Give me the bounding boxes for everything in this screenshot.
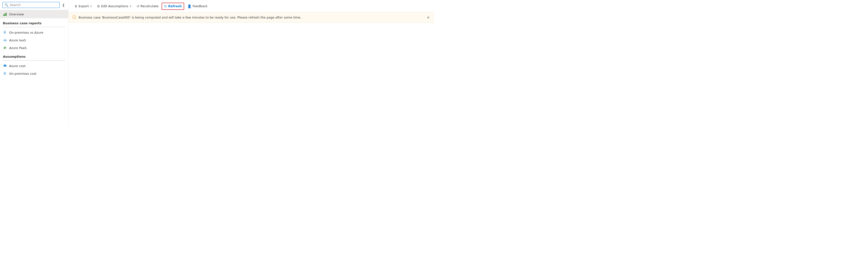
sidebar-item-overview[interactable]: Overview bbox=[0, 10, 68, 18]
edit-assumptions-label: Edit Assumptions bbox=[101, 4, 128, 8]
export-label: Export bbox=[79, 4, 89, 8]
section-divider-1 bbox=[3, 27, 65, 27]
svg-rect-9 bbox=[5, 40, 6, 41]
refresh-button[interactable]: ↻ Refresh bbox=[162, 3, 184, 10]
sidebar-item-on-premises-cost[interactable]: On-premises cost bbox=[0, 70, 68, 77]
feedback-icon: 👤 bbox=[187, 4, 191, 8]
feedback-button[interactable]: 👤 Feedback bbox=[185, 3, 210, 10]
sidebar-item-azure-iaas[interactable]: Azure IaaS bbox=[0, 36, 68, 44]
svg-rect-2 bbox=[6, 13, 6, 16]
cloud-icon bbox=[3, 64, 7, 68]
main-content: ⬇ Export ▾ ⚙ Edit Assumptions ▾ ↺ Recalc… bbox=[68, 0, 434, 127]
sidebar-label-on-premises-cost: On-premises cost bbox=[9, 72, 36, 75]
section-divider-2 bbox=[3, 60, 65, 61]
export-chevron-icon: ▾ bbox=[90, 5, 92, 7]
section-header-business-reports: Business case reports bbox=[0, 18, 68, 26]
azure-paas-icon: P bbox=[3, 46, 7, 50]
recalculate-icon: ↺ bbox=[136, 4, 140, 8]
overview-icon bbox=[3, 12, 7, 17]
edit-assumptions-button[interactable]: ⚙ Edit Assumptions ▾ bbox=[95, 3, 133, 10]
chevron-left-icon: ❮ bbox=[62, 3, 65, 7]
sidebar-item-azure-paas[interactable]: P Azure PaaS bbox=[0, 44, 68, 52]
recalculate-label: Recalculate bbox=[141, 4, 158, 8]
edit-assumptions-chevron-icon: ▾ bbox=[130, 5, 131, 7]
search-input[interactable] bbox=[10, 3, 58, 7]
sidebar-label-azure-cost: Azure cost bbox=[9, 64, 26, 68]
toolbar: ⬇ Export ▾ ⚙ Edit Assumptions ▾ ↺ Recalc… bbox=[68, 0, 434, 12]
sidebar-item-on-premises-vs-azure[interactable]: On-premises vs Azure bbox=[0, 29, 68, 36]
svg-rect-1 bbox=[5, 13, 5, 16]
notification-banner: ⓘ Business case 'BusinessCase005' is bei… bbox=[68, 12, 434, 23]
search-bar: 🔍 ❮ bbox=[0, 0, 68, 10]
sidebar-label-azure-iaas: Azure IaaS bbox=[9, 38, 26, 42]
sidebar-label-azure-paas: Azure PaaS bbox=[9, 46, 27, 50]
section-title-assumptions: Assumptions bbox=[3, 55, 26, 58]
svg-text:P: P bbox=[4, 47, 6, 49]
section-title-business-reports: Business case reports bbox=[3, 21, 41, 25]
notification-close-button[interactable]: ✕ bbox=[426, 15, 430, 20]
sliders-icon: ⚙ bbox=[97, 4, 100, 8]
recalculate-button[interactable]: ↺ Recalculate bbox=[134, 3, 161, 10]
collapse-sidebar-button[interactable]: ❮ bbox=[61, 2, 66, 8]
section-header-assumptions: Assumptions bbox=[0, 52, 68, 59]
svg-rect-0 bbox=[3, 14, 4, 16]
download-icon: ⬇ bbox=[74, 4, 78, 8]
feedback-label: Feedback bbox=[193, 4, 208, 8]
sidebar: 🔍 ❮ Overview Business case reports bbox=[0, 0, 68, 127]
sidebar-item-azure-cost[interactable]: Azure cost bbox=[0, 62, 68, 70]
refresh-label: Refresh bbox=[168, 4, 182, 8]
svg-rect-8 bbox=[4, 40, 5, 41]
search-icon: 🔍 bbox=[5, 3, 8, 7]
sidebar-overview-label: Overview bbox=[9, 12, 24, 16]
warning-icon: ⓘ bbox=[72, 15, 76, 20]
search-input-wrapper[interactable]: 🔍 bbox=[2, 2, 60, 8]
export-button[interactable]: ⬇ Export ▾ bbox=[72, 3, 94, 10]
azure-iaas-icon bbox=[3, 38, 7, 42]
refresh-icon: ↻ bbox=[164, 4, 167, 8]
sidebar-label-on-premises-vs-azure: On-premises vs Azure bbox=[9, 31, 43, 34]
document-icon bbox=[3, 30, 7, 35]
notification-message: Business case 'BusinessCase005' is being… bbox=[79, 15, 424, 19]
on-premises-icon bbox=[3, 71, 7, 76]
close-icon: ✕ bbox=[427, 15, 430, 20]
